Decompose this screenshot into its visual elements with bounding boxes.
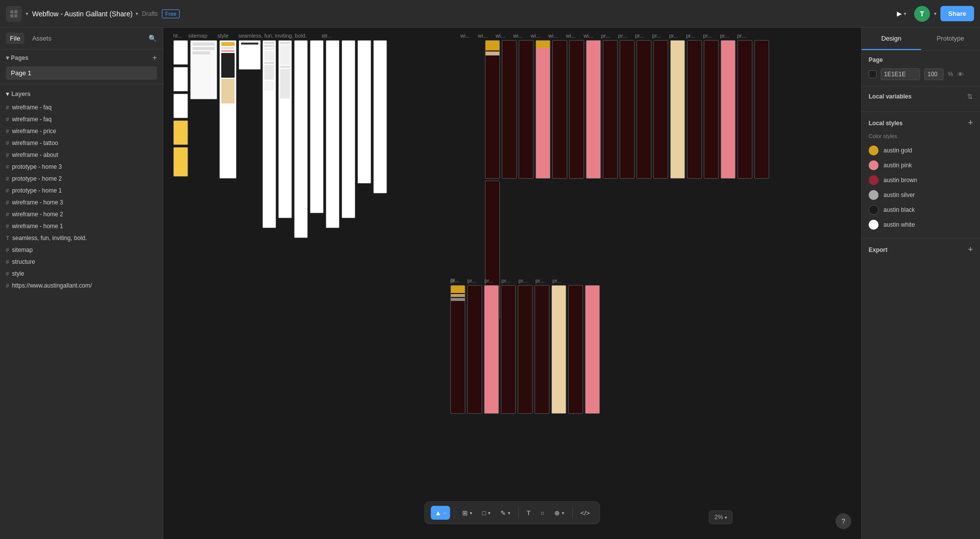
frame-sitemap bbox=[190, 40, 217, 99]
bottom-lbl-1: pr... bbox=[450, 278, 459, 284]
layer-item-l16[interactable]: #https://www.austingallant.com/ bbox=[0, 280, 163, 292]
wf-col-8 bbox=[373, 40, 387, 194]
zoom-caret: ▾ bbox=[725, 515, 727, 520]
color-style-item-brown[interactable]: austin brown bbox=[869, 173, 973, 188]
page-opacity-input[interactable] bbox=[924, 68, 944, 80]
color-swatch-white bbox=[869, 220, 879, 230]
select-caret: ▾ bbox=[443, 510, 446, 516]
tab-assets[interactable]: Assets bbox=[28, 33, 55, 44]
play-icon: ▶ bbox=[897, 10, 902, 17]
color-style-item-pink[interactable]: austin pink bbox=[869, 158, 973, 173]
frame-layer-icon: # bbox=[6, 271, 9, 277]
text-layer-icon: T bbox=[6, 235, 9, 241]
wf-col-3 bbox=[294, 40, 308, 238]
bottom-frame-labels: pr... pr... pr... pr... pr... pr... pr..… bbox=[450, 278, 561, 284]
color-styles-subsection: Color styles austin goldaustin pinkausti… bbox=[869, 133, 973, 232]
layer-item-l2[interactable]: #wireframe - faq bbox=[0, 113, 163, 125]
avatar[interactable]: T bbox=[914, 6, 930, 22]
layer-item-l7[interactable]: #prototype - home 2 bbox=[0, 173, 163, 185]
color-swatch-black bbox=[869, 205, 879, 215]
color-style-item-black[interactable]: austin black bbox=[869, 202, 973, 217]
layer-item-l8[interactable]: #prototype - home 1 bbox=[0, 185, 163, 196]
app-logo[interactable] bbox=[6, 6, 22, 22]
layer-item-l3[interactable]: #wireframe - price bbox=[0, 125, 163, 137]
lbl-wi3: wi... bbox=[495, 33, 505, 39]
add-export-button[interactable]: + bbox=[968, 245, 973, 255]
page-item-1[interactable]: Page 1 bbox=[6, 66, 157, 80]
tool-text[interactable]: T bbox=[523, 506, 535, 520]
layer-name: seamless, fun, inviting, bold. bbox=[12, 235, 87, 242]
color-swatch-brown bbox=[869, 175, 879, 185]
project-title[interactable]: Webflow - Austin Gallant (Share) ▾ bbox=[32, 10, 138, 18]
share-button[interactable]: Share bbox=[940, 6, 974, 21]
layer-item-l15[interactable]: #style bbox=[0, 268, 163, 280]
tab-file[interactable]: File bbox=[6, 33, 24, 44]
layer-item-l13[interactable]: #sitemap bbox=[0, 244, 163, 256]
tool-components[interactable]: ⊕ ▾ bbox=[550, 506, 568, 520]
layer-item-l11[interactable]: #wireframe - home 1 bbox=[0, 220, 163, 232]
play-button[interactable]: ▶ ▾ bbox=[893, 7, 910, 20]
tool-pen[interactable]: ✎ ▾ bbox=[496, 506, 514, 520]
tool-rect[interactable]: □ ▾ bbox=[478, 506, 494, 520]
prototype-frames-bottom: pr... bbox=[450, 285, 600, 414]
pct-symbol: % bbox=[948, 71, 953, 78]
layer-item-l9[interactable]: #wireframe - home 3 bbox=[0, 196, 163, 208]
color-style-item-white[interactable]: austin white bbox=[869, 217, 973, 232]
local-styles-section: Local styles + Color styles austin golda… bbox=[862, 112, 980, 239]
lbl-wi1: wi... bbox=[460, 33, 470, 39]
tool-code[interactable]: </> bbox=[577, 506, 594, 520]
proto-dark-5 bbox=[569, 40, 584, 179]
page-section-title: Page bbox=[869, 56, 883, 63]
layer-item-l4[interactable]: #wireframe - tattoo bbox=[0, 137, 163, 149]
proto-bottom-pink-1 bbox=[484, 285, 499, 414]
color-style-item-silver[interactable]: austin silver bbox=[869, 188, 973, 202]
frame-layer-icon: # bbox=[6, 176, 9, 182]
local-variables-section: Local variables ⇅ bbox=[862, 87, 980, 112]
local-variables-title: Local variables bbox=[869, 93, 912, 100]
pages-header[interactable]: ▾ Pages + bbox=[6, 53, 157, 62]
tab-design[interactable]: Design bbox=[862, 28, 921, 50]
bottom-lbl-7: pr... bbox=[552, 278, 561, 284]
panel-tabs: File Assets 🔍 bbox=[0, 28, 163, 49]
proto-pink-3 bbox=[721, 40, 735, 179]
color-style-item-gold[interactable]: austin gold bbox=[869, 143, 973, 158]
frame-layer-icon: # bbox=[6, 116, 9, 122]
frame-layer-icon: # bbox=[6, 283, 9, 289]
lbl-pr4: pr... bbox=[652, 33, 661, 39]
frame-layer-icon: # bbox=[6, 199, 9, 205]
add-local-style-button[interactable]: + bbox=[968, 118, 973, 128]
tool-frame[interactable]: ⊞ ▾ bbox=[458, 506, 476, 520]
toolbar-sep-2 bbox=[518, 507, 519, 519]
visibility-toggle[interactable]: 👁 bbox=[957, 71, 964, 78]
layer-item-l12[interactable]: Tseamless, fun, inviting, bold. bbox=[0, 232, 163, 244]
search-button[interactable]: 🔍 bbox=[148, 35, 157, 42]
layer-item-l6[interactable]: #prototype - home 3 bbox=[0, 161, 163, 173]
layer-name: https://www.austingallant.com/ bbox=[12, 282, 92, 289]
tab-prototype[interactable]: Prototype bbox=[921, 28, 980, 50]
eye-icon: 👁 bbox=[957, 71, 964, 78]
layer-item-l1[interactable]: #wireframe - faq bbox=[0, 101, 163, 113]
zoom-indicator[interactable]: 2% ▾ bbox=[709, 510, 733, 524]
proto-bottom-5 bbox=[535, 285, 549, 414]
frame-layer-icon: # bbox=[6, 211, 9, 217]
proto-bottom-6 bbox=[568, 285, 583, 414]
canvas[interactable]: ht... sitemap style seamless, fun, invit… bbox=[163, 28, 861, 539]
page-color-hex[interactable] bbox=[881, 68, 920, 80]
local-variables-header[interactable]: Local variables ⇅ bbox=[869, 93, 973, 100]
export-section: Export + bbox=[862, 239, 980, 261]
layer-item-l10[interactable]: #wireframe - home 2 bbox=[0, 208, 163, 220]
add-page-button[interactable]: + bbox=[152, 53, 157, 62]
layer-item-l5[interactable]: #wireframe - about bbox=[0, 149, 163, 161]
layers-header[interactable]: ▾ Layers bbox=[0, 88, 163, 101]
left-panel: File Assets 🔍 ▾ Pages + Page 1 ▾ Layers bbox=[0, 28, 163, 539]
color-styles-list: austin goldaustin pinkaustin brownaustin… bbox=[869, 143, 973, 232]
page-color-swatch[interactable] bbox=[869, 70, 877, 78]
label-str: str... bbox=[322, 33, 332, 39]
tool-select[interactable]: ▲ ▾ bbox=[431, 506, 450, 520]
caret-icon[interactable]: ▾ bbox=[26, 11, 28, 16]
layer-item-l14[interactable]: #structure bbox=[0, 256, 163, 268]
bottom-lbl-2: pr... bbox=[467, 278, 476, 284]
help-button[interactable]: ? bbox=[835, 513, 851, 529]
color-swatch-silver bbox=[869, 190, 879, 200]
tool-ellipse[interactable]: ○ bbox=[537, 506, 548, 520]
